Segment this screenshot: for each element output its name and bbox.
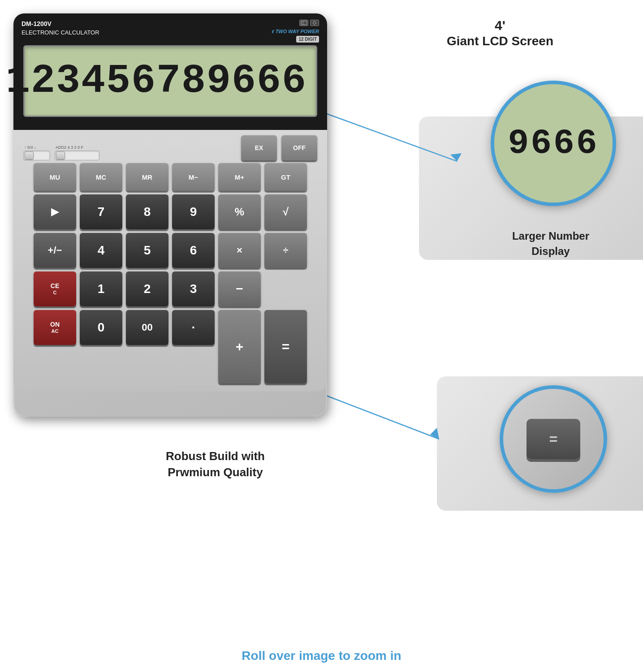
btn-off[interactable]: OFF (281, 135, 317, 160)
btn-2[interactable]: 2 (126, 271, 168, 306)
model-subtitle: ELECTRONIC CALCULATOR (22, 29, 99, 37)
two-way-badge: ℓ TWO WAY POWER (272, 29, 319, 34)
btn-row-memory: MU MC MR M− M+ GT (21, 163, 320, 191)
slider-switch-2[interactable] (55, 151, 99, 160)
larger-display-label: Larger Number Display (512, 228, 589, 258)
eq-zoom-btn: = (526, 419, 580, 459)
page-container: DM-1200V ELECTRONIC CALCULATOR (0, 0, 643, 672)
btn-on-ac[interactable]: ON AC (34, 310, 76, 345)
btn-ce-c[interactable]: CE C (34, 271, 76, 306)
btn-7[interactable]: 7 (80, 194, 122, 229)
solar-icon-2 (310, 20, 319, 26)
slider-thumb-1 (25, 151, 34, 159)
model-name: DM-1200V (22, 20, 99, 29)
button-area: MU MC MR M− M+ GT ▶ 7 8 9 % √ (21, 163, 320, 383)
btn-mu[interactable]: MU (34, 163, 76, 191)
eq-zoom-text: = (549, 431, 558, 448)
eq-zoom-circle: = (500, 385, 607, 493)
calculator-body: DM-1200V ELECTRONIC CALCULATOR (13, 13, 327, 417)
lcd-number: 123456789666 (6, 58, 307, 104)
digit-badge: 12 DIGIT (296, 36, 319, 43)
robust-line1: Robust Build with (166, 448, 265, 464)
btn-ex[interactable]: EX (241, 135, 277, 160)
right-badges: ℓ TWO WAY POWER 12 DIGIT (272, 20, 319, 43)
solar-icons (299, 20, 319, 26)
btn-3[interactable]: 3 (172, 271, 215, 306)
btn-9[interactable]: 9 (172, 194, 215, 229)
lcd-4-label: 4' (447, 18, 553, 33)
btn-plus[interactable]: + (218, 310, 261, 383)
btn-arrow[interactable]: ▶ (34, 194, 76, 229)
btn-row-2: ▶ 7 8 9 % √ (21, 194, 320, 229)
btn-plusminus[interactable]: +/− (34, 233, 76, 268)
btn-0[interactable]: 0 (80, 310, 122, 345)
svg-point-8 (313, 22, 316, 24)
calculator-wrapper: DM-1200V ELECTRONIC CALCULATOR (13, 13, 336, 426)
btn-multiply[interactable]: × (218, 233, 261, 268)
btn-equals[interactable]: = (264, 310, 307, 383)
btn-1[interactable]: 1 (80, 271, 122, 306)
lcd-giant-label: Giant LCD Screen (447, 33, 553, 49)
btn-5[interactable]: 5 (126, 233, 168, 268)
btn-4[interactable]: 4 (80, 233, 122, 268)
lcd-zoom-circle: 9666 (491, 81, 616, 206)
btn-8[interactable]: 8 (126, 194, 168, 229)
larger-display-line2: Display (512, 244, 589, 259)
btn-00[interactable]: 00 (126, 310, 168, 345)
slider-thumb-2 (56, 151, 65, 159)
lcd-zoom-number: 9666 (508, 124, 599, 163)
lcd-screen-label: 4' Giant LCD Screen (447, 18, 553, 49)
larger-display-line1: Larger Number (512, 228, 589, 244)
solar-icon-1 (299, 20, 308, 26)
btn-gt[interactable]: GT (264, 163, 307, 191)
btn-divide[interactable]: ÷ (264, 233, 307, 268)
robust-label: Robust Build with Prwmium Quality (166, 448, 265, 481)
btn-mr[interactable]: MR (126, 163, 168, 191)
bottom-panel: ↑ 5/4 ↓ ADD2 4 3 2 0 F (13, 130, 327, 392)
btn-mminus[interactable]: M− (172, 163, 215, 191)
btn-mplus[interactable]: M+ (218, 163, 261, 191)
btn-dot[interactable]: · (172, 310, 215, 345)
lcd-display: 123456789666 (23, 45, 317, 117)
btn-row-3: +/− 4 5 6 × ÷ (21, 233, 320, 268)
model-info: DM-1200V ELECTRONIC CALCULATOR (22, 20, 319, 43)
btn-mc[interactable]: MC (80, 163, 122, 191)
model-text: DM-1200V ELECTRONIC CALCULATOR (22, 20, 99, 37)
btn-minus[interactable]: − (218, 271, 261, 306)
slider-switch-1[interactable] (23, 151, 50, 160)
btn-percent[interactable]: % (218, 194, 261, 229)
roll-over-label: Roll over image to zoom in (242, 649, 401, 663)
btn-6[interactable]: 6 (172, 233, 215, 268)
btn-sqrt[interactable]: √ (264, 194, 307, 229)
robust-line2: Prwmium Quality (166, 464, 265, 480)
top-panel: DM-1200V ELECTRONIC CALCULATOR (13, 13, 327, 130)
